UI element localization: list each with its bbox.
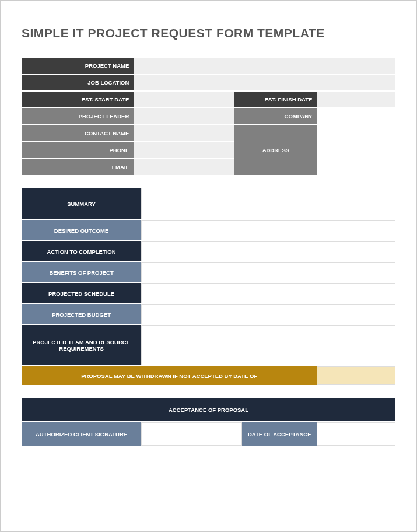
page-title: SIMPLE IT PROJECT REQUEST FORM TEMPLATE <box>22 26 395 40</box>
desired-outcome-label: DESIRED OUTCOME <box>22 220 141 240</box>
budget-label: PROJECTED BUDGET <box>22 304 141 324</box>
benefits-field[interactable] <box>141 262 395 282</box>
schedule-label: PROJECTED SCHEDULE <box>22 284 141 303</box>
project-info-table: PROJECT NAME JOB LOCATION EST. START DAT… <box>22 57 395 176</box>
contact-name-label: CONTACT NAME <box>22 125 134 141</box>
schedule-field[interactable] <box>141 284 395 303</box>
est-finish-field[interactable] <box>317 92 395 107</box>
job-location-label: JOB LOCATION <box>22 75 134 90</box>
project-name-field[interactable] <box>134 58 395 74</box>
signature-label: AUTHORIZED CLIENT SIGNATURE <box>22 422 141 446</box>
est-start-field[interactable] <box>134 92 234 107</box>
team-field[interactable] <box>141 326 395 365</box>
project-details-table: SUMMARY DESIRED OUTCOME ACTION TO COMPLE… <box>22 187 395 386</box>
phone-field[interactable] <box>134 142 234 158</box>
project-leader-field[interactable] <box>134 108 234 124</box>
project-leader-label: PROJECT LEADER <box>22 108 134 124</box>
project-details-section: SUMMARY DESIRED OUTCOME ACTION TO COMPLE… <box>22 187 395 386</box>
signature-field[interactable] <box>141 422 242 446</box>
acceptance-date-label: DATE OF ACCEPTANCE <box>242 422 317 446</box>
desired-outcome-field[interactable] <box>141 220 395 240</box>
withdraw-date-field[interactable] <box>317 366 395 385</box>
est-finish-label: EST. FINISH DATE <box>234 92 317 107</box>
acceptance-header: ACCEPTANCE OF PROPOSAL <box>22 398 395 421</box>
phone-label: PHONE <box>22 142 134 158</box>
budget-field[interactable] <box>141 304 395 324</box>
job-location-field[interactable] <box>134 75 395 90</box>
summary-label: SUMMARY <box>22 188 141 219</box>
company-field[interactable] <box>317 108 395 124</box>
address-field[interactable] <box>317 125 395 175</box>
team-label: PROJECTED TEAM AND RESOURCE REQUIREMENTS <box>22 326 141 365</box>
withdraw-label: PROPOSAL MAY BE WITHDRAWN IF NOT ACCEPTE… <box>22 366 317 385</box>
email-label: EMAIL <box>22 159 134 175</box>
project-name-label: PROJECT NAME <box>22 58 134 74</box>
acceptance-table: ACCEPTANCE OF PROPOSAL AUTHORIZED CLIENT… <box>22 397 395 447</box>
company-label: COMPANY <box>234 108 317 124</box>
benefits-label: BENEFITS OF PROJECT <box>22 262 141 282</box>
summary-field[interactable] <box>141 188 395 219</box>
project-info-section: PROJECT NAME JOB LOCATION EST. START DAT… <box>22 57 395 176</box>
acceptance-section: ACCEPTANCE OF PROPOSAL AUTHORIZED CLIENT… <box>22 397 395 447</box>
email-field[interactable] <box>134 159 234 175</box>
est-start-label: EST. START DATE <box>22 92 134 107</box>
action-label: ACTION TO COMPLETION <box>22 242 141 261</box>
action-field[interactable] <box>141 242 395 261</box>
address-label: ADDRESS <box>234 125 317 175</box>
acceptance-date-field[interactable] <box>317 422 395 446</box>
contact-name-field[interactable] <box>134 125 234 141</box>
